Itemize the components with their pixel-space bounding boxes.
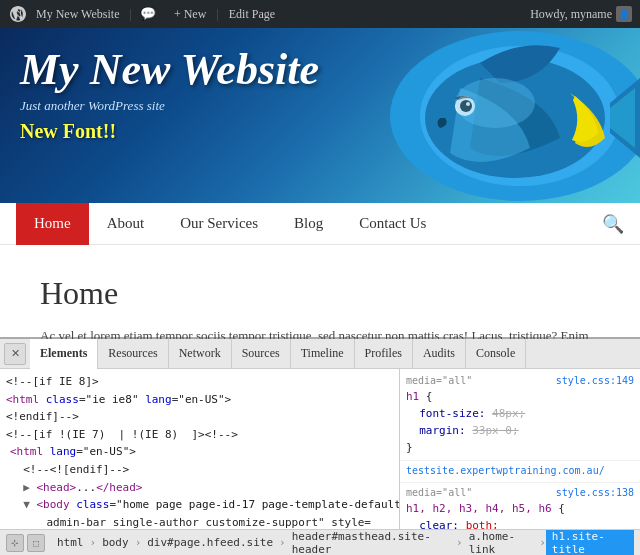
- devtools-inspect-icon[interactable]: ⬚: [27, 534, 45, 552]
- devtools-tab-sources[interactable]: Sources: [232, 339, 291, 369]
- css-rule-headings: h1, h2, h3, h4, h5, h6 {: [400, 500, 640, 517]
- css-block-h1: media="all" style.css:149 h1 { font-size…: [400, 373, 640, 461]
- css-prop-font-size: font-size: 48px;: [400, 405, 640, 422]
- html-line: ▶ <head>...</head>: [0, 479, 399, 497]
- breadcrumb-bar: ⊹ ⬚ html › body › div#page.hfeed.site › …: [0, 529, 640, 555]
- html-line: <!--[if IE 8]>: [0, 373, 399, 391]
- html-line: <!--[if !(IE 7) | !(IE 8) ]><!-->: [0, 426, 399, 444]
- svg-point-6: [455, 78, 535, 128]
- css-source-link-block: testsite.expertwptraining.com.au/: [400, 463, 640, 483]
- devtools-tab-timeline[interactable]: Timeline: [291, 339, 355, 369]
- devtools-close-button[interactable]: ✕: [4, 343, 26, 365]
- breadcrumb-header[interactable]: header#masthead.site-header: [286, 529, 456, 555]
- admin-comment-icon[interactable]: 💬: [140, 6, 156, 22]
- wp-logo[interactable]: [8, 4, 28, 24]
- hero-banner: My New Website Just another WordPress si…: [0, 28, 640, 203]
- admin-bar: My New Website | 💬 + New | Edit Page How…: [0, 0, 640, 28]
- nav-item-about[interactable]: About: [89, 203, 163, 245]
- css-rule: h1 {: [400, 388, 640, 405]
- admin-new-button[interactable]: + New: [174, 7, 206, 22]
- devtools-tab-resources[interactable]: Resources: [98, 339, 168, 369]
- css-source3: media="all" style.css:138: [400, 485, 640, 500]
- breadcrumb-a[interactable]: a.home-link: [463, 529, 540, 555]
- css-source: media="all" style.css:149: [400, 373, 640, 388]
- css-media-query2: media="all": [406, 487, 472, 498]
- admin-howdy: Howdy, myname 👤: [530, 6, 632, 22]
- html-line: ▼ <body class="home page page-id-17 page…: [0, 496, 399, 514]
- nav-item-home[interactable]: Home: [16, 203, 89, 245]
- breadcrumb-icons: ⊹ ⬚: [6, 534, 45, 552]
- main-content: Home Ac vel et lorem etiam tempor sociis…: [0, 245, 640, 337]
- admin-sep1: |: [129, 7, 131, 22]
- css-source-link3[interactable]: style.css:138: [556, 487, 634, 498]
- new-font-label: New Font!!: [20, 120, 319, 143]
- devtools-panel: ✕ Elements Resources Network Sources Tim…: [0, 337, 640, 555]
- html-panel[interactable]: <!--[if IE 8]> <html class="ie ie8" lang…: [0, 369, 400, 529]
- admin-site-name[interactable]: My New Website: [36, 7, 119, 22]
- nav-links: Home About Our Services Blog Contact Us: [16, 203, 602, 245]
- admin-edit-page[interactable]: Edit Page: [229, 7, 275, 22]
- breadcrumb-sep3: ›: [279, 536, 286, 549]
- devtools-tab-console[interactable]: Console: [466, 339, 526, 369]
- search-icon[interactable]: 🔍: [602, 213, 624, 235]
- css-rule-close: }: [400, 439, 640, 456]
- css-panel[interactable]: media="all" style.css:149 h1 { font-size…: [400, 369, 640, 529]
- css-source-link[interactable]: style.css:149: [556, 375, 634, 386]
- site-title: My New Website: [20, 46, 319, 94]
- devtools-tab-profiles[interactable]: Profiles: [355, 339, 413, 369]
- devtools-body: <!--[if IE 8]> <html class="ie ie8" lang…: [0, 369, 640, 529]
- hero-fish-image: [320, 28, 640, 203]
- css-link2[interactable]: testsite.expertwptraining.com.au/: [406, 465, 605, 476]
- devtools-tab-elements[interactable]: Elements: [30, 339, 98, 369]
- css-selector2: h1, h2, h3, h4, h5, h6: [406, 502, 552, 515]
- breadcrumb-h1[interactable]: h1.site-title: [546, 529, 634, 555]
- css-source2: testsite.expertwptraining.com.au/: [400, 463, 640, 478]
- breadcrumb-sep4: ›: [456, 536, 463, 549]
- css-media-query: media="all": [406, 375, 472, 386]
- breadcrumb-sep1: ›: [90, 536, 97, 549]
- hero-content: My New Website Just another WordPress si…: [0, 28, 339, 161]
- site-tagline: Just another WordPress site: [20, 98, 319, 114]
- breadcrumb-sep2: ›: [135, 536, 142, 549]
- nav-item-contact[interactable]: Contact Us: [341, 203, 444, 245]
- html-line: <!endif]-->: [0, 408, 399, 426]
- css-block-headings: media="all" style.css:138 h1, h2, h3, h4…: [400, 485, 640, 529]
- nav-item-blog[interactable]: Blog: [276, 203, 341, 245]
- css-prop-clear: clear: both;: [400, 517, 640, 529]
- breadcrumb-html[interactable]: html: [51, 534, 90, 551]
- admin-sep3: |: [216, 7, 218, 22]
- css-prop-margin: margin: 33px 0;: [400, 422, 640, 439]
- admin-howdy-text: Howdy, myname: [530, 7, 612, 22]
- nav-item-services[interactable]: Our Services: [162, 203, 276, 245]
- breadcrumb-div-page[interactable]: div#page.hfeed.site: [141, 534, 279, 551]
- admin-avatar[interactable]: 👤: [616, 6, 632, 22]
- breadcrumb-body[interactable]: body: [96, 534, 135, 551]
- html-line: admin-bar single-author customize-suppor…: [0, 514, 399, 529]
- html-line: <html lang="en-US">: [0, 443, 399, 461]
- nav-bar: Home About Our Services Blog Contact Us …: [0, 203, 640, 245]
- page-heading: Home: [40, 275, 600, 312]
- devtools-pointer-icon[interactable]: ⊹: [6, 534, 24, 552]
- html-line: <html class="ie ie8" lang="en-US">: [0, 391, 399, 409]
- devtools-tab-network[interactable]: Network: [169, 339, 232, 369]
- html-line: <!--<![endif]-->: [0, 461, 399, 479]
- css-selector: h1: [406, 390, 419, 403]
- breadcrumb-sep5: ›: [539, 536, 546, 549]
- devtools-tab-bar: ✕ Elements Resources Network Sources Tim…: [0, 339, 640, 369]
- devtools-tab-audits[interactable]: Audits: [413, 339, 466, 369]
